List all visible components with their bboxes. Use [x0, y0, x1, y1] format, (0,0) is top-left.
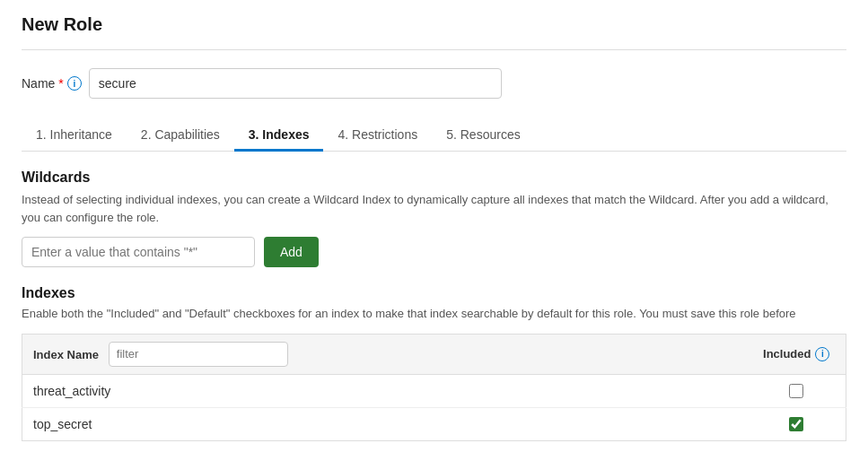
table-row: threat_activity [22, 374, 846, 407]
index-filter-input[interactable] [109, 342, 288, 367]
col-included: Included i [748, 334, 846, 374]
tab-restrictions[interactable]: 4. Restrictions [323, 120, 432, 152]
indexes-description: Enable both the "Included" and "Default"… [22, 305, 846, 323]
name-info-icon[interactable]: i [67, 76, 82, 91]
tabs: 1. Inheritance 2. Capabilities 3. Indexe… [22, 120, 846, 152]
required-star: * [58, 76, 63, 91]
included-info-icon[interactable]: i [815, 347, 829, 361]
table-row: top_secret [22, 407, 846, 440]
name-label: Name * i [22, 76, 82, 91]
name-row: Name * i [22, 68, 846, 99]
wildcards-title: Wildcards [22, 170, 846, 186]
indexes-table: Index Name Included i threat_ac [22, 334, 846, 441]
table-header-row: Index Name Included i [22, 334, 846, 374]
tab-inheritance[interactable]: 1. Inheritance [22, 120, 127, 152]
tab-resources[interactable]: 5. Resources [432, 120, 534, 152]
included-cell-1 [748, 407, 846, 440]
index-name-value: top_secret [33, 417, 92, 431]
included-checkbox-1[interactable] [789, 417, 803, 431]
wildcards-description: Instead of selecting individual indexes,… [22, 191, 846, 226]
col-included-label: Included [763, 347, 811, 361]
index-name-cell: threat_activity [22, 374, 748, 407]
add-wildcard-button[interactable]: Add [264, 237, 319, 267]
name-input[interactable] [89, 68, 502, 99]
included-checkbox-wrapper-1 [758, 417, 836, 431]
indexes-title: Indexes [22, 285, 846, 301]
tab-capabilities[interactable]: 2. Capabilities [127, 120, 234, 152]
page-title: New Role [22, 14, 846, 35]
included-checkbox-0[interactable] [789, 384, 803, 398]
included-header: Included i [758, 347, 836, 361]
index-name-cell: top_secret [22, 407, 748, 440]
included-checkbox-wrapper-0 [758, 384, 836, 398]
col-index-name-label: Index Name [33, 347, 99, 361]
wildcard-input[interactable] [22, 237, 255, 267]
name-label-text: Name [22, 76, 55, 91]
col-index-name: Index Name [22, 334, 748, 374]
index-name-value: threat_activity [33, 384, 110, 398]
wildcard-input-row: Add [22, 237, 846, 267]
title-divider [22, 49, 846, 50]
wildcards-section: Wildcards Instead of selecting individua… [22, 170, 846, 267]
included-cell-0 [748, 374, 846, 407]
tab-indexes[interactable]: 3. Indexes [234, 120, 324, 152]
indexes-section: Indexes Enable both the "Included" and "… [22, 285, 846, 441]
page-container: New Role Name * i 1. Inheritance 2. Capa… [0, 0, 868, 452]
